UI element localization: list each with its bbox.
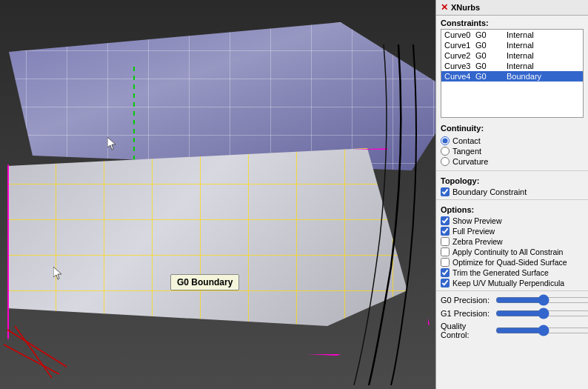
precision-slider-0[interactable] [495, 295, 588, 305]
option-item-3[interactable]: Apply Continuity to All Constrain [436, 247, 588, 257]
option-label-1: Full Preview [452, 227, 495, 236]
constraint-name-1: Curve1 [444, 41, 472, 50]
divider-1 [436, 170, 588, 171]
option-checkbox-5[interactable] [441, 268, 450, 277]
option-label-6: Keep U/V Mutually Perpendicula [452, 279, 564, 287]
svg-line-2 [7, 330, 67, 367]
topology-checkbox-0[interactable] [441, 187, 450, 196]
constraint-name-2: Curve2 [444, 51, 472, 60]
option-label-0: Show Preview [452, 216, 502, 225]
option-item-2[interactable]: Zebra Preview [436, 236, 588, 247]
option-label-5: Trim the Generated Surface [452, 268, 549, 277]
constraint-type-4: Boundary [507, 72, 541, 81]
option-checkbox-2[interactable] [441, 237, 450, 246]
precision-slider-1[interactable] [495, 308, 588, 319]
constraints-list[interactable]: Curve0 G0 Internal Curve1 G0 Internal Cu… [441, 29, 584, 118]
precision-slider-2[interactable] [495, 325, 588, 336]
option-label-4: Optimize for Quad-Sided Surface [452, 258, 567, 267]
option-checkbox-3[interactable] [441, 247, 450, 256]
continuity-label-0: Contact [452, 136, 481, 145]
svg-line-4 [15, 326, 52, 378]
constraint-name-0: Curve0 [444, 30, 472, 39]
option-checkbox-4[interactable] [441, 258, 450, 267]
precision-row-1: G1 Precision: [436, 307, 588, 320]
panel-title: XNurbs [451, 3, 480, 12]
options-checkboxes: Show Preview Full Preview Zebra Preview … [436, 216, 588, 288]
precision-label-1: G1 Precision: [441, 309, 492, 318]
constraint-row-0[interactable]: Curve0 G0 Internal [441, 30, 583, 40]
continuity-radio-2[interactable] [441, 157, 450, 166]
precision-label-0: G0 Precision: [441, 296, 492, 305]
continuity-label: Continuity: [436, 121, 588, 134]
continuity-option-2[interactable]: Curvature [441, 156, 584, 167]
topology-checkboxes: Boundary Constraint [436, 187, 588, 197]
divider-3 [436, 290, 588, 291]
constraint-g-0: G0 [475, 30, 504, 39]
constraint-type-0: Internal [507, 30, 535, 39]
option-label-3: Apply Continuity to All Constrain [452, 247, 563, 256]
option-item-0[interactable]: Show Preview [436, 216, 588, 226]
constraint-type-3: Internal [507, 61, 535, 70]
continuity-radio-1[interactable] [441, 147, 450, 156]
tooltip-text: G0 Boundary [177, 277, 233, 287]
topology-label: Topology: [436, 173, 588, 187]
precision-section: G0 Precision: G1 Precision: Quality Cont… [436, 293, 588, 341]
continuity-option-0[interactable]: Contact [441, 136, 584, 146]
continuity-option-1[interactable]: Tangent [441, 146, 584, 156]
precision-label-2: Quality Control: [441, 322, 492, 339]
continuity-label-2: Curvature [452, 157, 488, 166]
constraint-type-1: Internal [507, 41, 535, 50]
constraint-row-2[interactable]: Curve2 G0 Internal [441, 50, 583, 61]
xnurbs-icon: ✕ [441, 2, 448, 13]
option-label-2: Zebra Preview [452, 237, 503, 246]
topology-option-0[interactable]: Boundary Constraint [436, 187, 588, 197]
option-item-5[interactable]: Trim the Generated Surface [436, 267, 588, 278]
constraint-g-4: G0 [475, 72, 504, 81]
option-checkbox-0[interactable] [441, 216, 450, 225]
black-curve-lines [339, 44, 428, 385]
divider-2 [436, 199, 588, 200]
constraint-row-1[interactable]: Curve1 G0 Internal [441, 40, 583, 50]
options-label: Options: [436, 202, 588, 216]
g0-boundary-tooltip: G0 Boundary [170, 274, 239, 290]
red-lines [0, 322, 74, 382]
precision-row-0: G0 Precision: [436, 293, 588, 307]
constraint-g-2: G0 [475, 51, 504, 60]
constraint-name-4: Curve4 [444, 72, 472, 81]
constraints-label: Constraints: [436, 16, 588, 29]
precision-row-2: Quality Control: [436, 320, 588, 341]
viewport: G0 Boundary [0, 0, 435, 389]
constraint-g-1: G0 [475, 41, 504, 50]
constraint-name-3: Curve3 [444, 61, 472, 70]
continuity-radio-group: Contact Tangent Curvature [436, 134, 588, 168]
option-item-4[interactable]: Optimize for Quad-Sided Surface [436, 257, 588, 267]
option-checkbox-1[interactable] [441, 227, 450, 236]
constraint-row-3[interactable]: Curve3 G0 Internal [441, 61, 583, 71]
panel-titlebar: ✕ XNurbs [436, 0, 588, 16]
constraint-type-2: Internal [507, 51, 535, 60]
continuity-radio-0[interactable] [441, 136, 450, 145]
option-item-1[interactable]: Full Preview [436, 226, 588, 236]
constraint-row-4[interactable]: Curve4 G0 Boundary [441, 71, 583, 82]
continuity-label-1: Tangent [452, 147, 481, 156]
right-panel: ✕ XNurbs Constraints: Curve0 G0 Internal… [435, 0, 588, 389]
topology-label-0: Boundary Constraint [452, 187, 527, 196]
constraint-g-3: G0 [475, 61, 504, 70]
option-checkbox-6[interactable] [441, 279, 450, 287]
option-item-6[interactable]: Keep U/V Mutually Perpendicula [436, 278, 588, 288]
